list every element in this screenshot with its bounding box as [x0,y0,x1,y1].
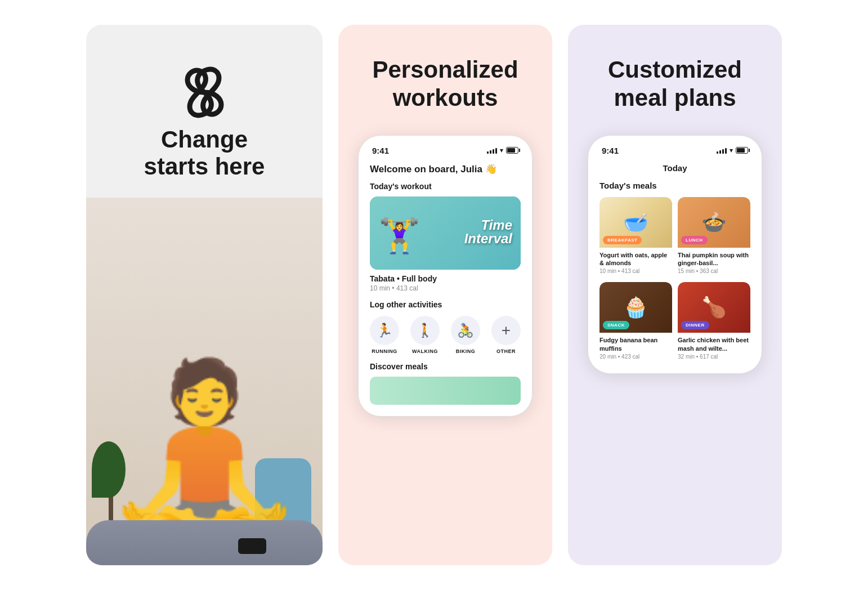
app-logo [176,59,232,126]
phone-on-mat [238,538,266,554]
yoga-mat [86,520,323,565]
workout-card-label: TimeInterval [464,218,512,245]
woman-figure: 🧘 [99,365,310,534]
wifi-icon: ▾ [500,146,503,154]
workout-title: Tabata • Full body [370,274,521,283]
meal-meta-snack: 20 min • 423 cal [599,354,672,362]
meal-name-snack: Fudgy banana bean muffins [599,333,672,354]
badge-dinner: DINNER [681,321,709,329]
badge-breakfast: BREAKFAST [603,236,642,244]
biking-label: BIKING [456,348,476,354]
welcome-text: Welcome on board, Julia 👋 [370,163,521,175]
hero-image: 🧘 [86,198,323,565]
wifi-icon-3: ▾ [730,146,733,154]
meal-image-snack: SNACK [599,282,672,333]
workout-title-row: Tabata • Full body [370,274,521,283]
meal-lunch[interactable]: LUNCH Thai pumpkin soup with ginger-basi… [678,197,750,277]
badge-lunch: LUNCH [681,236,708,244]
card-hero: Change starts here 🧘 [86,25,323,565]
meal-name-lunch: Thai pumpkin soup with ginger-basil... [678,248,750,269]
meals-grid: BREAKFAST Yogurt with oats, apple & almo… [599,197,750,362]
cards-container: Change starts here 🧘 Personalized workou… [75,14,793,576]
phone-time: 9:41 [372,146,389,155]
meal-name-breakfast: Yogurt with oats, apple & almonds [599,248,672,269]
walking-label: WALKING [412,348,438,354]
battery-icon [506,147,518,154]
phone-icons-3: ▾ [717,146,748,154]
activity-other[interactable]: + OTHER [491,316,521,354]
meal-image-breakfast: BREAKFAST [599,197,672,248]
meal-meta-breakfast: 10 min • 413 cal [599,268,672,276]
meals-section-label: Today's meals [599,181,750,190]
card-meals: Customized meal plans 9:41 ▾ [568,25,782,565]
battery-icon-3 [736,147,748,154]
activity-walking[interactable]: 🚶 WALKING [410,316,440,354]
running-label: RUNNING [372,348,397,354]
other-label: OTHER [496,348,516,354]
hero-title: Change starts here [144,126,265,181]
meal-snack[interactable]: SNACK Fudgy banana bean muffins 20 min •… [599,282,672,362]
phone-mockup-meals: 9:41 ▾ Today Today's meals [588,135,762,374]
phone-icons: ▾ [487,146,518,154]
hero-bg: 🧘 [86,198,323,565]
other-icon: + [491,316,521,345]
activities-row: 🏃 RUNNING 🚶 WALKING 🚴 BIKING + OTHER [370,316,521,354]
meal-name-dinner: Garlic chicken with beet mash and wilte.… [678,333,750,354]
card-workouts: Personalized workouts 9:41 ▾ [338,25,552,565]
workout-subtitle: 10 min • 413 cal [370,284,521,292]
phone-mockup-workouts: 9:41 ▾ Welcome on board, Julia 👋 [358,135,533,417]
meal-image-dinner: DINNER [678,282,750,333]
signal-icon [487,147,497,154]
walking-icon: 🚶 [410,316,440,345]
badge-snack: SNACK [603,321,629,329]
status-bar: 9:41 ▾ [370,146,521,155]
discover-label: Discover meals [370,362,521,371]
meal-meta-lunch: 15 min • 363 cal [678,268,750,276]
activities-label: Log other activities [370,300,521,309]
meal-meta-dinner: 32 min • 617 cal [678,354,750,362]
workout-woman: 🏋️‍♀️ [378,216,420,256]
activity-biking[interactable]: 🚴 BIKING [451,316,480,354]
today-header: Today [599,163,750,173]
meal-image-lunch: LUNCH [678,197,750,248]
running-icon: 🏃 [370,316,399,345]
meal-dinner[interactable]: DINNER Garlic chicken with beet mash and… [678,282,750,362]
workouts-title: Personalized workouts [361,56,529,113]
workout-card[interactable]: 🏋️‍♀️ TimeInterval [370,196,521,270]
meal-breakfast[interactable]: BREAKFAST Yogurt with oats, apple & almo… [599,197,672,277]
phone-time-3: 9:41 [602,146,619,155]
status-bar-3: 9:41 ▾ [599,146,750,155]
activity-running[interactable]: 🏃 RUNNING [370,316,399,354]
signal-icon-3 [717,147,727,154]
workout-section-label: Today's workout [370,182,521,191]
biking-icon: 🚴 [451,316,480,345]
meals-title: Customized meal plans [597,56,753,113]
meal-preview-bar [370,377,521,405]
